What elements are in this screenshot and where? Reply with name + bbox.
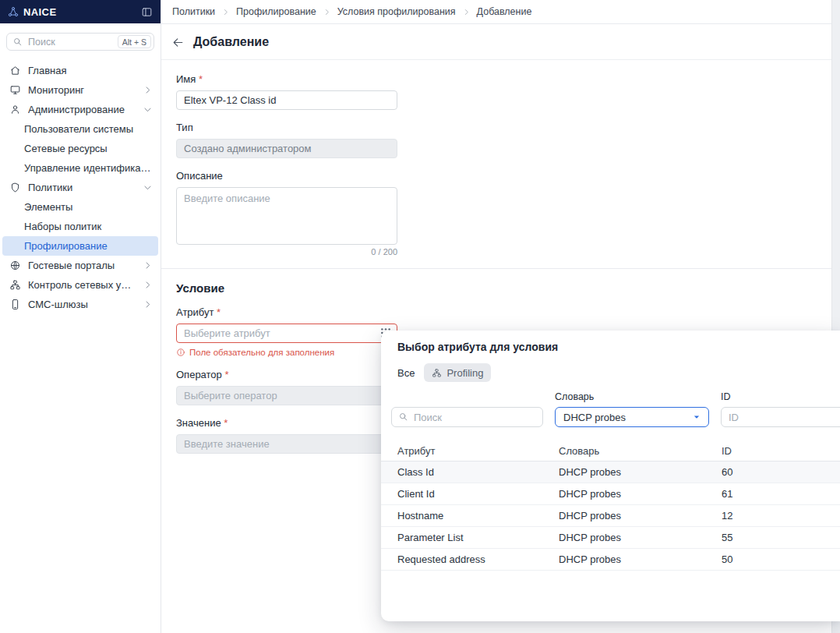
sidebar-item-label: Мониторинг (28, 84, 136, 96)
monitor-icon (9, 84, 21, 96)
sidebar-item-label: Пользователи системы (24, 123, 153, 135)
sidebar-item-label: Профилирование (24, 240, 150, 252)
required-mark: * (224, 369, 228, 380)
table-row[interactable]: Client Id DHCP probes 61 (381, 483, 840, 505)
tab-all[interactable]: Все (397, 367, 415, 379)
sidebar-header: NAICE (0, 0, 161, 23)
breadcrumb-separator-icon (323, 8, 331, 16)
cell-id: 12 (722, 510, 840, 522)
sidebar-item-label: СМС-шлюзы (28, 299, 136, 310)
operator-input (176, 386, 397, 405)
table-row[interactable]: Class Id DHCP probes 60 (381, 461, 840, 483)
home-icon (9, 65, 21, 76)
table-row[interactable]: Hostname DHCP probes 12 (381, 505, 840, 527)
sidebar-item-system-users[interactable]: Пользователи системы (0, 119, 161, 139)
dictionary-select[interactable]: DHCP probes (555, 407, 709, 427)
id-filter-input[interactable] (721, 407, 840, 427)
char-counter: 0 / 200 (176, 247, 397, 256)
breadcrumb-link-policies[interactable]: Политики (172, 6, 215, 17)
sidebar-item-label: Управление идентификацией (24, 162, 153, 174)
cell-id: 55 (722, 532, 840, 543)
sidebar-item-identity-management[interactable]: Управление идентификацией (0, 158, 161, 178)
sidebar-item-label: Сетевые ресурсы (24, 143, 153, 154)
sidebar-item-policies[interactable]: Политики (0, 178, 161, 197)
sidebar-item-network-device-control[interactable]: Контроль сетевых устро... (0, 275, 161, 295)
sidebar-item-policy-sets[interactable]: Наборы политик (0, 217, 161, 236)
type-input (176, 139, 397, 158)
sidebar-nav: Главная Мониторинг Администрирование Пол… (0, 61, 161, 314)
cell-dictionary: DHCP probes (559, 488, 722, 500)
cell-dictionary: DHCP probes (559, 553, 722, 565)
cell-id: 50 (722, 553, 840, 565)
breadcrumb-link-profiling-conditions[interactable]: Условия профилирования (337, 6, 456, 17)
breadcrumb-separator-icon (462, 8, 471, 16)
chevron-right-icon (143, 299, 153, 309)
table-header-row: Атрибут Словарь ID (381, 440, 840, 461)
sidebar-item-label: Наборы политик (24, 221, 153, 232)
sitemap-icon (432, 368, 442, 378)
dictionary-label: Словарь (555, 391, 709, 402)
table-row[interactable]: Parameter List DHCP probes 55 (381, 527, 840, 549)
sidebar-item-elements[interactable]: Элементы (0, 197, 161, 217)
breadcrumb-link-profiling[interactable]: Профилирование (236, 6, 316, 17)
sidebar-collapse-button[interactable] (141, 6, 153, 18)
sidebar-item-label: Политики (28, 182, 136, 193)
shield-icon (9, 182, 21, 193)
required-mark: * (224, 417, 228, 429)
attribute-label: Атрибут * (176, 306, 831, 318)
modal-title: Выбор атрибута для условия (397, 341, 840, 353)
phone-icon (9, 299, 21, 310)
attribute-input[interactable] (176, 324, 397, 343)
modal-filters: Словарь DHCP probes ID (391, 391, 840, 427)
globe-icon (9, 260, 21, 271)
condition-section-title: Условие (176, 281, 831, 295)
description-textarea[interactable] (176, 187, 397, 245)
back-button[interactable] (171, 36, 185, 49)
sidebar-item-profiling[interactable]: Профилирование (2, 236, 158, 256)
sidebar-search: Alt + S (6, 33, 154, 51)
cell-attribute: Requested address (397, 553, 559, 565)
name-label: Имя * (176, 73, 831, 85)
sidebar-item-administration[interactable]: Администрирование (0, 100, 161, 119)
cell-attribute: Client Id (397, 488, 559, 500)
sidebar-item-label: Главная (28, 65, 153, 76)
sidebar-item-label: Администрирование (28, 104, 136, 115)
search-shortcut-badge: Alt + S (118, 35, 151, 48)
cell-id: 61 (722, 488, 840, 500)
column-header-dictionary: Словарь (559, 445, 722, 457)
tab-profiling[interactable]: Profiling (424, 363, 491, 382)
description-field: Описание 0 / 200 (176, 170, 831, 256)
type-field: Тип (176, 122, 831, 158)
chevron-right-icon (143, 280, 153, 290)
modal-tabs: Все Profiling (397, 363, 840, 382)
cell-id: 60 (722, 466, 840, 478)
logo-icon (8, 6, 19, 17)
sidebar-item-monitoring[interactable]: Мониторинг (0, 80, 161, 100)
table-row[interactable]: Requested address DHCP probes 50 (381, 549, 840, 571)
attributes-table: Атрибут Словарь ID Class Id DHCP probes … (381, 440, 840, 571)
sidebar-item-network-resources[interactable]: Сетевые ресурсы (0, 139, 161, 158)
page-title: Добавление (193, 35, 269, 49)
sidebar-item-guest-portals[interactable]: Гостевые порталы (0, 256, 161, 275)
name-input[interactable] (176, 90, 397, 110)
sidebar: NAICE Alt + S Главная Мониторинг (0, 0, 161, 633)
column-header-id: ID (722, 445, 840, 457)
required-mark: * (199, 73, 203, 85)
chevron-down-icon (143, 104, 153, 115)
chevron-right-icon (143, 85, 153, 95)
breadcrumb-current: Добавление (477, 6, 532, 17)
cell-attribute: Parameter List (397, 532, 559, 543)
column-header-attribute: Атрибут (397, 445, 559, 457)
info-icon (176, 348, 185, 357)
breadcrumb-separator-icon (221, 8, 230, 16)
chevron-right-icon (143, 260, 153, 271)
required-mark: * (217, 306, 221, 318)
sidebar-item-sms-gateways[interactable]: СМС-шлюзы (0, 295, 161, 314)
app-logo: NAICE (8, 6, 56, 18)
search-icon (12, 37, 23, 47)
modal-search-input[interactable] (391, 407, 543, 427)
cell-dictionary: DHCP probes (559, 466, 722, 478)
sidebar-item-home[interactable]: Главная (0, 61, 161, 80)
dictionary-filter: Словарь DHCP probes (555, 391, 709, 427)
breadcrumb: Политики Профилирование Условия профилир… (161, 0, 831, 24)
